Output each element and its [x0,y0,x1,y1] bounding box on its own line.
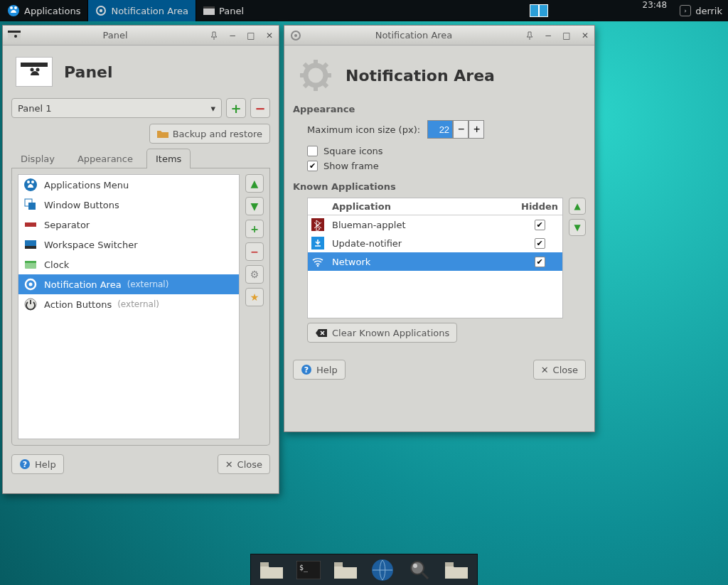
svg-point-30 [294,34,297,37]
list-item[interactable]: Notification Area (external) [18,274,239,294]
clear-icon [315,328,328,338]
panel-big-icon [16,57,53,87]
dock-file-manager-2[interactable] [331,558,360,582]
hidden-checkbox[interactable] [535,220,545,230]
tab-appearance[interactable]: Appearance [68,149,142,168]
spinner-increment[interactable]: + [469,120,484,139]
svg-point-42 [317,265,319,267]
close-dialog-button[interactable]: ✕ Close [533,360,586,380]
clock-icon [23,257,38,272]
list-item-label: Notification Area [44,279,122,290]
separator-icon [23,217,38,232]
list-item[interactable]: Separator [18,215,239,235]
close-button[interactable]: ✕ [262,28,277,43]
gear-icon [95,5,107,16]
list-item[interactable]: Window Buttons [18,195,239,215]
tab-items[interactable]: Items [146,149,191,168]
maximize-button[interactable]: □ [560,28,574,43]
taskbar-clock[interactable]: 23:48 [636,0,675,21]
svg-rect-34 [300,73,306,77]
add-panel-button[interactable]: + [226,98,246,118]
user-menu[interactable]: › derrik [674,0,728,21]
minimize-button[interactable]: − [541,28,555,43]
svg-rect-53 [445,562,454,567]
svg-rect-35 [326,73,331,77]
svg-rect-8 [8,31,21,33]
panel-items-list[interactable]: Applications Menu Window Buttons Separat… [18,174,240,439]
svg-point-13 [36,68,40,72]
window-header: Notification Area [293,53,586,101]
table-header: Application Hidden [308,198,562,215]
tab-label: Display [21,154,55,164]
taskbar-window-panel[interactable]: Panel [196,0,338,21]
move-app-up-button[interactable]: ▲ [569,198,586,215]
dock-web-browser[interactable] [368,558,397,582]
tab-display[interactable]: Display [11,149,64,168]
dock-terminal[interactable]: $_ [294,558,323,582]
list-item[interactable]: Action Buttons (external) [18,294,239,314]
col-application[interactable]: Application [328,198,517,215]
item-preferences-button[interactable]: ⚙ [245,265,264,284]
table-row[interactable]: Network [308,252,562,271]
max-icon-size-input[interactable] [427,120,453,139]
list-item[interactable]: Workspace Switcher [18,235,239,254]
dock-search[interactable] [405,558,434,582]
minimize-button[interactable]: − [225,28,240,43]
help-icon: ? [19,458,31,470]
hidden-checkbox[interactable] [535,238,545,249]
svg-line-52 [422,573,428,579]
square-icons-label: Square icons [323,146,383,156]
close-button[interactable]: ✕ [578,28,592,43]
close-dialog-button[interactable]: ✕ Close [218,454,270,474]
add-item-button[interactable]: + [245,220,264,238]
top-taskbar: Applications Notification Area Panel 23:… [0,0,728,21]
header-title: Notification Area [346,67,495,85]
table-row[interactable]: Blueman-applet [308,215,562,234]
help-icon: ? [301,364,312,375]
spinner-decrement[interactable]: − [453,120,469,139]
help-button[interactable]: ? Help [293,360,346,380]
pin-button[interactable] [207,28,221,43]
window-header: Panel [11,53,270,94]
panel-select-combobox[interactable]: Panel 1 ▾ [11,98,222,118]
svg-point-4 [100,9,102,12]
clear-known-apps-button[interactable]: Clear Known Applications [307,323,457,343]
move-item-down-button[interactable]: ▼ [245,197,264,215]
panel-icon [7,28,21,43]
combo-value: Panel 1 [18,103,51,114]
svg-point-12 [31,68,34,72]
app-name: Network [328,257,517,267]
item-about-button[interactable]: ★ [245,288,264,306]
svg-rect-11 [21,63,48,67]
move-app-down-button[interactable]: ▼ [569,219,586,236]
power-icon [23,296,38,312]
max-icon-size-spinner: − + [427,120,484,139]
backup-restore-button[interactable]: Backup and restore [149,124,270,144]
dock-file-manager[interactable] [257,558,287,582]
gear-icon: ⚙ [250,269,259,280]
remove-item-button[interactable]: − [245,242,264,261]
show-frame-label: Show frame [323,161,379,171]
hidden-checkbox[interactable] [535,257,545,267]
show-frame-checkbox[interactable] [307,161,318,171]
titlebar[interactable]: Notification Area − □ ✕ [284,26,594,45]
help-button[interactable]: ? Help [11,454,64,474]
list-item[interactable]: Applications Menu [18,175,239,195]
pin-button[interactable] [523,28,537,43]
move-item-up-button[interactable]: ▲ [245,174,264,193]
workspace-switcher[interactable] [528,0,550,21]
titlebar[interactable]: Panel − □ ✕ [3,26,279,45]
square-icons-checkbox[interactable] [307,146,318,156]
list-item[interactable]: Clock [18,254,239,274]
panel-icon [203,6,215,15]
maximize-button[interactable]: □ [244,28,258,43]
col-hidden[interactable]: Hidden [517,198,562,215]
table-row[interactable]: Update-notifier [308,234,562,252]
applications-menu-button[interactable]: Applications [0,0,87,21]
svg-point-16 [31,181,34,183]
dock-file-manager-3[interactable] [441,558,471,582]
remove-panel-button[interactable]: − [250,98,270,118]
taskbar-window-label: Panel [219,6,244,16]
xfce-mouse-icon [7,4,20,17]
taskbar-window-notification-area[interactable]: Notification Area [87,0,196,21]
